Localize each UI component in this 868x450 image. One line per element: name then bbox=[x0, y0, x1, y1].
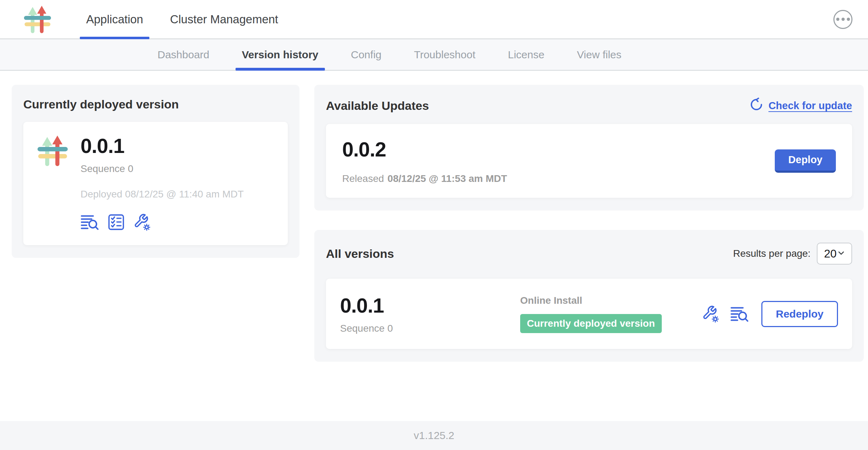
deployed-sequence: Sequence 0 bbox=[81, 163, 244, 174]
release-notes-button[interactable] bbox=[81, 214, 99, 230]
ellipsis-icon bbox=[836, 18, 839, 21]
app-logo-icon bbox=[36, 134, 70, 168]
update-version-number: 0.0.2 bbox=[342, 137, 507, 161]
app-logo-icon[interactable] bbox=[23, 4, 53, 35]
available-updates-title: Available Updates bbox=[326, 99, 429, 113]
main-content: Currently deployed version 0.0 bbox=[0, 71, 868, 421]
app-footer: v1.125.2 bbox=[0, 421, 868, 450]
release-notes-button[interactable] bbox=[730, 306, 749, 322]
tab-cluster-management-label: Cluster Management bbox=[170, 13, 278, 26]
app-header: Application Cluster Management bbox=[0, 0, 868, 39]
console-version: v1.125.2 bbox=[414, 430, 454, 442]
admin-console: Application Cluster Management Dashboard… bbox=[0, 0, 868, 450]
chevron-down-icon bbox=[837, 248, 846, 259]
refresh-icon bbox=[749, 97, 763, 114]
update-card: 0.0.2 Released08/12/25 @ 11:53 am MDT De… bbox=[326, 124, 852, 198]
tab-troubleshoot[interactable]: Troubleshoot bbox=[398, 39, 492, 70]
row-sequence: Sequence 0 bbox=[340, 323, 520, 334]
redeploy-button[interactable]: Redeploy bbox=[761, 301, 838, 327]
deployed-section: Currently deployed version 0.0 bbox=[12, 85, 299, 258]
edit-config-icon bbox=[133, 213, 151, 231]
results-per-page-value: 20 bbox=[824, 247, 837, 260]
deployed-version-number: 0.0.1 bbox=[81, 134, 244, 158]
update-released-date: 08/12/25 @ 11:53 am MDT bbox=[387, 173, 507, 184]
tab-config[interactable]: Config bbox=[335, 39, 398, 70]
preflight-checks-icon bbox=[108, 214, 124, 230]
all-versions-title: All versions bbox=[326, 247, 394, 261]
release-notes-icon bbox=[730, 306, 749, 322]
edit-config-icon bbox=[702, 305, 720, 323]
preflight-checks-button[interactable] bbox=[108, 214, 124, 230]
app-subnav: Dashboard Version history Config Trouble… bbox=[0, 39, 868, 71]
check-for-update-link[interactable]: Check for update bbox=[749, 97, 852, 114]
update-released-line: Released08/12/25 @ 11:53 am MDT bbox=[342, 173, 507, 184]
deployed-section-title: Currently deployed version bbox=[23, 97, 288, 111]
available-updates-section: Available Updates Check for update bbox=[314, 85, 864, 211]
currently-deployed-badge: Currently deployed version bbox=[520, 314, 662, 333]
deployed-timestamp: Deployed 08/12/25 @ 11:40 am MDT bbox=[81, 189, 244, 200]
check-for-update-label: Check for update bbox=[768, 100, 852, 112]
results-per-page-select[interactable]: 20 bbox=[817, 243, 852, 265]
row-install-type: Online Install bbox=[520, 295, 702, 306]
results-per-page-label: Results per page: bbox=[733, 248, 810, 259]
edit-config-button[interactable] bbox=[133, 213, 151, 231]
row-version-number: 0.0.1 bbox=[340, 294, 520, 317]
deployed-version-card: 0.0.1 Sequence 0 Deployed 08/12/25 @ 11:… bbox=[23, 122, 288, 245]
deploy-button[interactable]: Deploy bbox=[775, 149, 836, 173]
all-versions-section: All versions Results per page: 20 bbox=[314, 230, 864, 362]
tab-dashboard[interactable]: Dashboard bbox=[141, 39, 226, 70]
version-row: 0.0.1 Sequence 0 Online Install Currentl… bbox=[326, 279, 852, 349]
overflow-menu-button[interactable] bbox=[833, 10, 852, 29]
tab-application-label: Application bbox=[86, 13, 143, 26]
tab-cluster-management[interactable]: Cluster Management bbox=[156, 0, 291, 39]
release-notes-icon bbox=[81, 214, 99, 230]
tab-view-files[interactable]: View files bbox=[561, 39, 638, 70]
tab-application[interactable]: Application bbox=[73, 0, 156, 39]
edit-config-button[interactable] bbox=[702, 305, 720, 323]
tab-version-history[interactable]: Version history bbox=[226, 39, 335, 70]
tab-license[interactable]: License bbox=[492, 39, 560, 70]
